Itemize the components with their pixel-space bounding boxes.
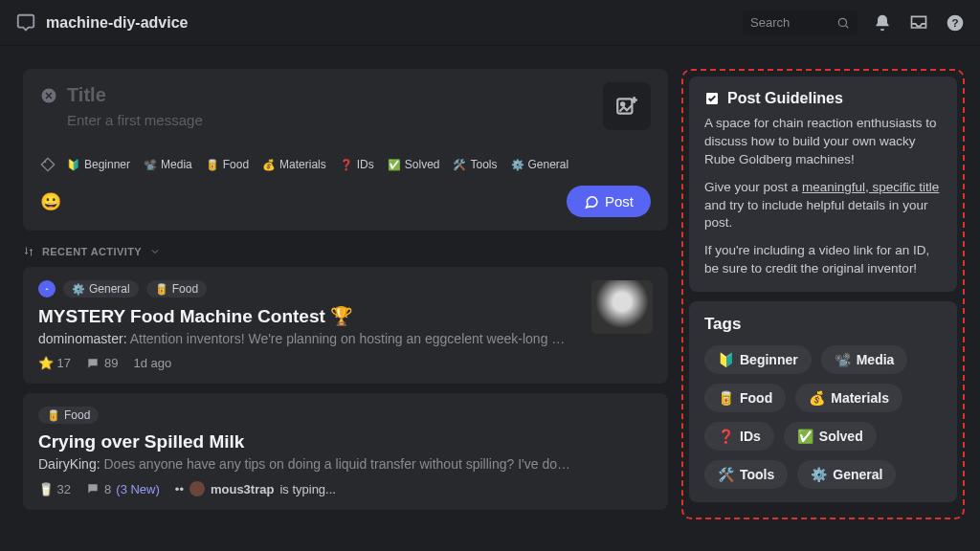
filter-tag[interactable]: ❓IDs <box>704 422 774 451</box>
post-title: MYSTERY Food Machine Contest 🏆 <box>38 305 653 327</box>
guidelines-text: Give your post a meaningful, specific ti… <box>704 179 942 233</box>
sort-selector[interactable]: RECENT ACTIVITY <box>23 246 668 257</box>
post-guidelines-panel: Post Guidelines A space for chain reacti… <box>689 77 957 292</box>
svg-text:?: ? <box>951 16 958 29</box>
filter-tag[interactable]: ⚙️General <box>797 460 896 489</box>
comment-count[interactable]: 8 (3 New) <box>86 482 160 496</box>
tags-panel: Tags 🔰Beginner📽️Media🥫Food💰Materials❓IDs… <box>689 301 957 502</box>
notifications-icon[interactable] <box>873 13 892 33</box>
filter-tag[interactable]: 🥫Food <box>704 384 786 412</box>
post-excerpt: dominomaster: Attention inventors! We're… <box>38 331 574 346</box>
checkbox-icon <box>704 91 720 106</box>
post-tag[interactable]: ⚙️General <box>63 280 139 298</box>
title-input[interactable]: Title <box>67 84 106 106</box>
forum-channel-icon <box>15 12 36 33</box>
filter-tag[interactable]: ✅Solved <box>784 422 877 451</box>
svg-point-0 <box>838 18 846 26</box>
search-input[interactable]: Search <box>743 11 858 35</box>
highlighted-sidebar: Post Guidelines A space for chain reacti… <box>681 69 965 519</box>
chat-icon <box>584 194 599 209</box>
help-icon[interactable]: ? <box>946 13 965 33</box>
guidelines-text: A space for chain reaction enthusiasts t… <box>704 115 942 169</box>
search-icon <box>836 16 850 30</box>
post-thumbnail <box>591 280 653 334</box>
search-placeholder: Search <box>750 15 836 30</box>
guidelines-text: If you're including a video link for an … <box>704 242 942 278</box>
tag-icon <box>40 157 56 172</box>
composer-tag-row: 🔰Beginner📽️Media🥫Food💰Materials❓IDs✅Solv… <box>40 157 651 172</box>
comment-icon <box>86 357 100 370</box>
composer-tag[interactable]: ❓IDs <box>340 158 374 171</box>
post-excerpt: DairyKing: Does anyone have any tips on … <box>38 456 574 472</box>
forum-post[interactable]: ⚙️General🥫Food MYSTERY Food Machine Cont… <box>23 267 668 384</box>
post-tag[interactable]: 🥫Food <box>38 407 99 424</box>
composer-tag[interactable]: 💰Materials <box>262 158 326 171</box>
svg-point-6 <box>44 161 46 163</box>
post-tag[interactable]: 🥫Food <box>146 280 207 298</box>
composer-tag[interactable]: 🔰Beginner <box>67 158 130 171</box>
filter-tag[interactable]: 💰Materials <box>795 384 902 412</box>
post-age: 1d ago <box>134 356 172 370</box>
comment-icon <box>86 482 100 496</box>
svg-point-5 <box>621 102 624 105</box>
reaction-count[interactable]: ⭐ 17 <box>38 356 71 370</box>
composer-tag[interactable]: 🛠️Tools <box>453 158 497 171</box>
composer-tag[interactable]: ✅Solved <box>388 158 440 171</box>
post-button[interactable]: Post <box>567 186 651 217</box>
forum-post[interactable]: 🥫Food Crying over Spilled Milk DairyKing… <box>23 393 668 510</box>
typing-indicator: •• mous3trap is typing... <box>175 481 336 496</box>
composer-tag[interactable]: 🥫Food <box>206 158 249 171</box>
filter-tag[interactable]: 🛠️Tools <box>704 460 788 489</box>
composer-tag[interactable]: 📽️Media <box>144 158 192 171</box>
filter-tag[interactable]: 🔰Beginner <box>704 345 812 374</box>
inbox-icon[interactable] <box>909 13 928 33</box>
emoji-picker-button[interactable]: 😀 <box>40 191 61 212</box>
top-bar: machine-diy-advice Search ? <box>0 0 980 46</box>
pin-icon <box>38 280 56 298</box>
close-icon[interactable] <box>40 87 57 104</box>
message-input[interactable]: Enter a first message <box>67 112 651 128</box>
chevron-down-icon <box>149 246 161 257</box>
channel-title: machine-diy-advice <box>46 14 743 32</box>
composer-tag[interactable]: ⚙️General <box>511 158 569 171</box>
sort-icon <box>23 246 34 257</box>
upload-image-button[interactable] <box>603 82 651 130</box>
post-title: Crying over Spilled Milk <box>38 431 653 452</box>
comment-count[interactable]: 89 <box>86 356 118 370</box>
filter-tag[interactable]: 📽️Media <box>821 345 908 374</box>
reaction-count[interactable]: 🥛 32 <box>38 482 71 496</box>
new-post-composer: Title Enter a first message 🔰Beginner📽️M… <box>23 69 668 231</box>
avatar <box>189 481 205 496</box>
